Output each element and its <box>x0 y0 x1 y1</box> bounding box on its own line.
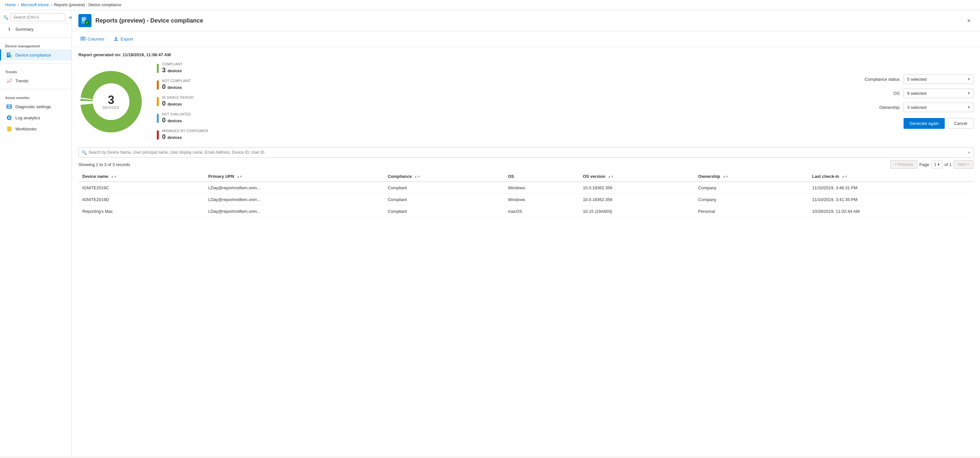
sidebar-divider-1 <box>0 37 72 38</box>
toolbar: Columns Export <box>72 31 980 47</box>
filter-row-ownership: Ownership 3 selected ▾ <box>864 103 974 112</box>
sort-icon-compliance[interactable]: ▲▼ <box>414 175 420 178</box>
workbooks-icon: 📒 <box>6 126 12 132</box>
ownership-dropdown[interactable]: 3 selected ▾ <box>904 103 974 112</box>
log-analytics-icon <box>6 115 12 121</box>
chart-section: 3 DEVICES COMPLIANT 3 devices <box>78 62 974 140</box>
page-select[interactable]: 1 ▾ <box>931 161 943 168</box>
ownership-arrow-icon: ▾ <box>968 105 970 110</box>
svg-text:✓: ✓ <box>86 21 88 24</box>
legend-text-grace: IN GRACE PERIOD 0 devices <box>162 96 194 107</box>
sidebar-item-label: Summary <box>15 27 33 32</box>
page-title: Reports (preview) - Device compliance <box>95 18 203 24</box>
close-button[interactable]: × <box>964 16 974 26</box>
sidebar-item-log-analytics[interactable]: Log analytics <box>0 112 72 123</box>
col-primary-upn: Primary UPN ▲▼ <box>204 171 384 182</box>
donut-center: 3 DEVICES <box>103 94 119 109</box>
sort-icon-ownership[interactable]: ▲▼ <box>722 175 729 178</box>
legend-bar-grace <box>157 97 159 106</box>
sidebar-item-device-compliance[interactable]: ✓ Device compliance <box>0 49 72 61</box>
sort-icon-primary-upn[interactable]: ▲▼ <box>237 175 243 178</box>
next-button[interactable]: Next > <box>953 160 974 169</box>
export-label: Export <box>121 37 133 41</box>
sidebar-item-workbooks[interactable]: 📒 Workbooks <box>0 123 72 134</box>
breadcrumb: Home › Microsoft Intune › Reports (previ… <box>0 0 980 10</box>
ownership-value: 3 selected <box>907 105 926 110</box>
sidebar-section-trends: Trends <box>0 66 72 75</box>
svg-text:✓: ✓ <box>10 55 11 57</box>
export-icon <box>113 36 119 42</box>
columns-label: Columns <box>88 37 104 41</box>
report-content: Report generated on: 11/18/2019, 11:06:4… <box>72 47 980 456</box>
table-row: Reporting's MacLDay@reportmsftem.onm...C… <box>78 206 974 217</box>
legend-bar-not-evaluated <box>157 114 159 123</box>
legend-item-not-compliant: NOT COMPLIANT 0 devices <box>157 79 208 91</box>
export-button[interactable]: Export <box>111 35 135 43</box>
col-device-name: Device name ▲▼ <box>78 171 204 182</box>
table-search-clear-icon[interactable]: × <box>967 150 970 155</box>
filters-panel: Compliance status 5 selected ▾ OS 9 sele… <box>864 75 974 129</box>
donut-total-label: DEVICES <box>103 105 119 109</box>
breadcrumb-intune[interactable]: Microsoft Intune <box>21 3 49 7</box>
sidebar-item-label: Trends <box>15 78 29 83</box>
of-label: of 1 <box>944 162 951 167</box>
generate-again-button[interactable]: Generate again <box>904 118 945 129</box>
legend-bar-not-compliant <box>157 80 159 89</box>
legend-bar-configmgr <box>157 131 159 140</box>
sort-icon-last-checkin[interactable]: ▲▼ <box>842 175 848 178</box>
legend-text-configmgr: MANAGED BY CONFIGMGR 0 devices <box>162 129 208 140</box>
svg-rect-21 <box>82 37 84 40</box>
col-os-version: OS version ▲▼ <box>579 171 694 182</box>
table-search-area: 🔍 × <box>78 147 974 158</box>
legend-item-configmgr: MANAGED BY CONFIGMGR 0 devices <box>157 129 208 140</box>
breadcrumb-home[interactable]: Home <box>5 3 16 7</box>
sidebar: 🔍 ≪ ℹ Summary Device management ✓ Device <box>0 10 72 456</box>
collapse-sidebar-button[interactable]: ≪ <box>67 13 72 21</box>
col-last-checkin: Last check-in ▲▼ <box>808 171 974 182</box>
legend-item-not-evaluated: NOT EVALUATED 0 devices <box>157 112 208 124</box>
col-compliance: Compliance ▲▼ <box>384 171 504 182</box>
col-os: OS <box>504 171 579 182</box>
table-row: IGNITE2019CLDay@reportmsftem.onm...Compl… <box>78 182 974 194</box>
compliance-status-arrow-icon: ▾ <box>968 77 970 81</box>
breadcrumb-sep-1: › <box>18 3 19 7</box>
svg-rect-1 <box>8 53 10 54</box>
showing-records-text: Showing 1 to 3 of 3 records <box>78 162 130 167</box>
search-input[interactable] <box>10 13 65 21</box>
os-arrow-icon: ▾ <box>968 91 970 96</box>
svg-rect-23 <box>114 40 118 40</box>
columns-button[interactable]: Columns <box>78 35 106 43</box>
filter-row-os: OS 9 selected ▾ <box>864 89 974 98</box>
sort-icon-device-name[interactable]: ▲▼ <box>111 175 117 178</box>
sidebar-search-area: 🔍 ≪ <box>0 10 72 24</box>
pagination: < Previous Page 1 ▾ of 1 Next > <box>890 160 974 169</box>
page-select-arrow-icon: ▾ <box>937 162 940 167</box>
compliance-status-value: 5 selected <box>907 77 926 82</box>
sidebar-item-trends[interactable]: 📈 Trends <box>0 75 72 86</box>
os-dropdown[interactable]: 9 selected ▾ <box>904 89 974 98</box>
os-value: 9 selected <box>907 91 926 96</box>
sidebar-item-summary[interactable]: ℹ Summary <box>0 24 72 35</box>
previous-button[interactable]: < Previous <box>890 160 917 169</box>
diagnostic-icon <box>6 104 12 110</box>
legend-item-grace-period: IN GRACE PERIOD 0 devices <box>157 96 208 107</box>
svg-rect-7 <box>8 106 8 107</box>
cancel-button[interactable]: Cancel <box>948 118 974 129</box>
sidebar-section-device-management: Device management <box>0 40 72 49</box>
page-header-left: ✓ Reports (preview) - Device compliance <box>78 14 203 27</box>
sidebar-item-label: Diagnostic settings <box>15 104 51 109</box>
legend-text-not-evaluated: NOT EVALUATED 0 devices <box>162 112 191 124</box>
breadcrumb-sep-2: › <box>51 3 52 7</box>
svg-rect-20 <box>81 37 82 40</box>
svg-rect-17 <box>82 20 84 21</box>
svg-rect-22 <box>84 37 85 40</box>
table-search-input[interactable] <box>78 147 974 158</box>
filter-row-compliance-status: Compliance status 5 selected ▾ <box>864 75 974 84</box>
sort-icon-os-version[interactable]: ▲▼ <box>608 175 614 178</box>
donut-total-number: 3 <box>103 94 119 105</box>
sidebar-item-diagnostic-settings[interactable]: Diagnostic settings <box>0 101 72 112</box>
table-body: IGNITE2019CLDay@reportmsftem.onm...Compl… <box>78 182 974 217</box>
svg-rect-15 <box>82 18 85 18</box>
breadcrumb-current: Reports (preview) - Device compliance <box>54 3 121 7</box>
compliance-status-dropdown[interactable]: 5 selected ▾ <box>904 75 974 84</box>
